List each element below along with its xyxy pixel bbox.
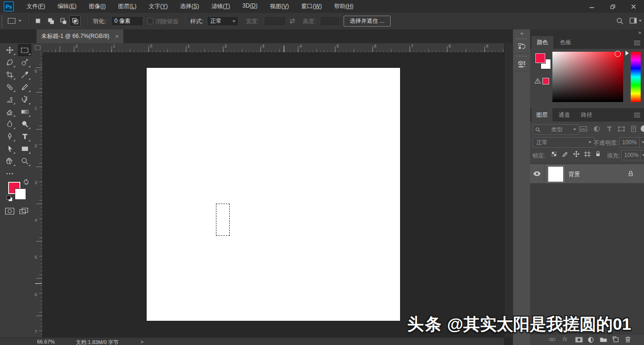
lock-artboard-icon[interactable]	[584, 151, 591, 158]
history-panel-icon[interactable]	[515, 40, 529, 53]
menu-file[interactable]: 文件(F)	[20, 0, 51, 13]
gamut-color-chip[interactable]	[542, 78, 549, 84]
link-layers-icon[interactable]	[548, 337, 556, 342]
foreground-color-well[interactable]	[535, 53, 545, 63]
filter-toggle-icon[interactable]	[641, 125, 644, 132]
layer-row-background[interactable]: 背景	[530, 164, 644, 183]
panel-menu-icon[interactable]	[634, 41, 640, 45]
layer-thumbnail[interactable]	[548, 166, 564, 182]
restore-icon[interactable]	[602, 0, 623, 13]
zoom-level[interactable]: 66.67%	[37, 339, 55, 345]
add-layer-mask-icon[interactable]	[575, 336, 583, 343]
blend-mode-select[interactable]: 正常	[532, 137, 595, 148]
lasso-tool-button[interactable]	[3, 56, 16, 68]
filter-adjustment-layers-icon[interactable]	[593, 125, 600, 132]
tab-swatches[interactable]: 色板	[555, 36, 577, 49]
delete-layer-trash-icon[interactable]	[625, 336, 631, 343]
panel-menu-icon[interactable]	[634, 113, 640, 117]
eraser-tool-button[interactable]	[3, 106, 16, 118]
width-input[interactable]	[264, 16, 286, 26]
add-to-selection-mode-button[interactable]	[45, 15, 56, 27]
menu-edit[interactable]: 编辑(E)	[51, 0, 83, 13]
clone-stamp-tool-button[interactable]	[3, 93, 16, 105]
quick-mask-mode-button[interactable]	[5, 207, 15, 215]
document-size-info[interactable]: 文档:1.83M/0 字节	[76, 339, 119, 345]
rectangular-marquee-tool-button[interactable]	[18, 44, 31, 56]
expand-panels-icon[interactable]: »	[638, 29, 641, 35]
status-chevron-icon[interactable]: >	[140, 339, 143, 345]
select-and-mask-button[interactable]: 选择并遮住 ...	[344, 16, 391, 27]
horizontal-ruler[interactable]: 2 1 0 1 2 3 4 5 6 7 8 9	[42, 43, 504, 53]
tab-layers[interactable]: 图层	[532, 108, 552, 121]
menu-type[interactable]: 文字(Y)	[142, 0, 174, 13]
path-selection-tool-button[interactable]	[3, 143, 16, 155]
layer-style-fx-icon[interactable]: fx	[563, 336, 567, 343]
intersect-selection-mode-button[interactable]	[69, 15, 81, 27]
swap-colors-icon[interactable]	[23, 179, 29, 185]
search-icon[interactable]	[616, 17, 624, 25]
menu-filter[interactable]: 滤镜(T)	[205, 0, 236, 13]
filter-type-layers-icon[interactable]	[606, 125, 613, 132]
lock-pixels-icon[interactable]	[562, 151, 569, 158]
document-tab[interactable]: 未标题-1 @ 66.7%(RGB/8) ×	[37, 29, 123, 43]
pen-tool-button[interactable]	[3, 131, 16, 142]
menu-help[interactable]: 帮助(H)	[328, 0, 360, 13]
layer-filter-select[interactable]: 类型	[532, 124, 579, 135]
dodge-tool-button[interactable]	[18, 118, 31, 130]
menu-window[interactable]: 窗口(W)	[295, 0, 328, 13]
crop-tool-button[interactable]	[3, 69, 16, 81]
fill-dropdown-icon[interactable]	[640, 150, 644, 160]
antialias-checkbox[interactable]	[147, 18, 153, 24]
color-picker-ring[interactable]	[615, 51, 621, 57]
minimize-icon[interactable]	[581, 0, 602, 13]
vertical-ruler[interactable]: 0 1 2 3 4 5 6 7	[33, 52, 43, 337]
lock-all-icon[interactable]	[595, 150, 601, 157]
options-grip-handle[interactable]	[1, 15, 3, 28]
document-canvas[interactable]	[147, 68, 400, 321]
opacity-dropdown-icon[interactable]	[639, 137, 644, 148]
canvas-viewport[interactable]	[42, 52, 504, 337]
style-select[interactable]: 正常	[207, 16, 239, 26]
vertical-scrollbar-track[interactable]	[504, 43, 513, 337]
new-group-folder-icon[interactable]	[599, 336, 607, 343]
swap-dimensions-icon[interactable]	[289, 18, 296, 24]
lock-position-icon[interactable]	[573, 150, 580, 158]
menu-image[interactable]: 图像(I)	[83, 0, 112, 13]
default-colors-icon[interactable]	[6, 195, 13, 204]
filter-smart-objects-icon[interactable]	[630, 125, 637, 132]
active-tool-preset[interactable]	[7, 17, 21, 25]
menu-select[interactable]: 选择(S)	[174, 0, 205, 13]
tab-paths[interactable]: 路径	[576, 108, 597, 121]
tab-close-icon[interactable]: ×	[115, 33, 119, 40]
gamut-warning-icon[interactable]	[534, 78, 541, 84]
gradient-tool-button[interactable]	[18, 106, 31, 118]
filter-pixel-layers-icon[interactable]	[579, 125, 588, 132]
hue-slider[interactable]	[631, 52, 641, 102]
subtract-from-selection-mode-button[interactable]	[57, 15, 69, 27]
selection-marquee[interactable]	[216, 204, 230, 236]
filter-shape-layers-icon[interactable]	[617, 125, 625, 132]
screen-mode-button[interactable]	[19, 207, 29, 215]
history-brush-tool-button[interactable]	[18, 93, 31, 105]
hand-tool-button[interactable]	[3, 155, 16, 167]
tab-color[interactable]: 颜色	[532, 36, 553, 49]
brush-tool-button[interactable]	[18, 81, 31, 93]
spot-healing-brush-tool-button[interactable]	[3, 81, 16, 93]
ruler-origin-corner[interactable]	[33, 43, 43, 53]
collapse-panels-icon[interactable]: «	[513, 30, 531, 36]
new-adjustment-layer-icon[interactable]	[588, 336, 594, 343]
move-tool-button[interactable]	[3, 44, 16, 56]
menu-3d[interactable]: 3D(D)	[236, 0, 264, 13]
menu-layer[interactable]: 图层(L)	[112, 0, 143, 13]
workspace-switcher-icon[interactable]	[629, 17, 642, 24]
quick-selection-tool-button[interactable]	[18, 56, 31, 68]
saturation-brightness-field[interactable]	[552, 52, 623, 102]
layer-name[interactable]: 背景	[569, 170, 580, 178]
dock-grip-handle[interactable]	[516, 56, 528, 57]
properties-3d-panel-icon[interactable]	[515, 58, 529, 70]
lock-transparency-icon[interactable]	[551, 151, 558, 158]
blur-tool-button[interactable]	[3, 118, 16, 130]
layer-visibility-toggle[interactable]	[530, 164, 544, 183]
feather-input[interactable]: 0 像素	[111, 16, 143, 26]
rectangle-shape-tool-button[interactable]	[18, 143, 31, 155]
